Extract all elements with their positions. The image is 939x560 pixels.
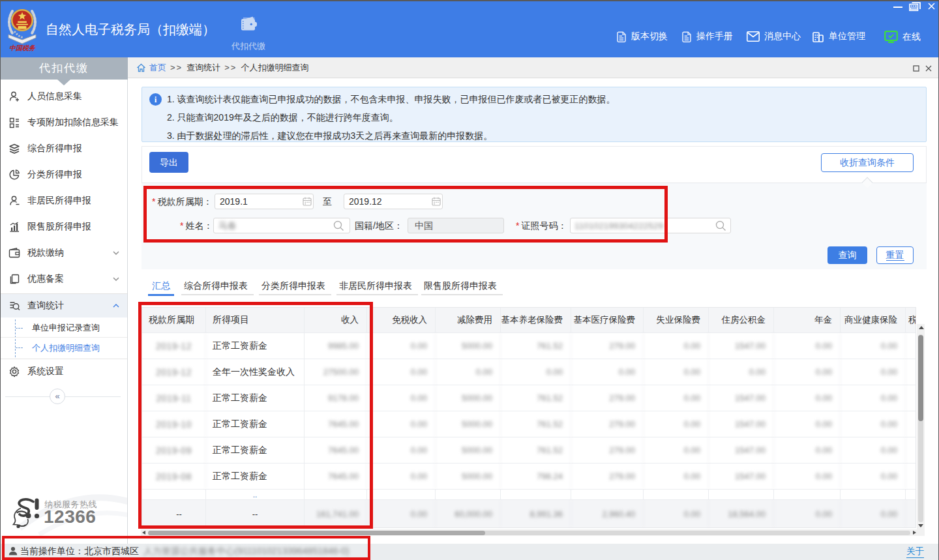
svg-text:中国税务: 中国税务: [9, 44, 36, 52]
